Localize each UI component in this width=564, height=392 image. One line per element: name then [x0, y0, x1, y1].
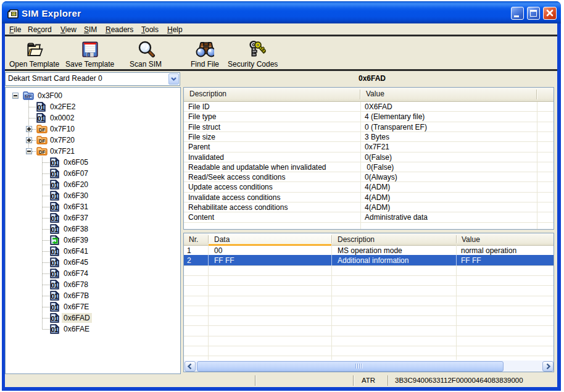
svg-text:DF: DF [39, 149, 45, 155]
svg-text:01: 01 [51, 270, 58, 278]
svg-text:01: 01 [51, 326, 58, 333]
svg-text:01: 01 [51, 204, 58, 211]
svg-text:01: 01 [51, 215, 58, 222]
svg-text:01: 01 [51, 193, 58, 200]
svg-text:01: 01 [37, 115, 44, 122]
svg-text:01: 01 [51, 226, 58, 233]
svg-text:01: 01 [51, 181, 58, 189]
svg-text:MF: MF [25, 94, 32, 99]
svg-text:01: 01 [51, 259, 58, 267]
svg-text:01: 01 [51, 159, 58, 167]
svg-text:01: 01 [51, 170, 58, 178]
svg-text:01: 01 [51, 248, 58, 256]
svg-text:01: 01 [51, 315, 58, 322]
svg-text:01: 01 [51, 281, 58, 289]
svg-text:01: 01 [37, 104, 44, 111]
svg-text:DF: DF [39, 138, 45, 144]
svg-text:01: 01 [51, 293, 58, 300]
svg-text:01: 01 [51, 304, 58, 311]
svg-text:DF: DF [39, 127, 45, 133]
